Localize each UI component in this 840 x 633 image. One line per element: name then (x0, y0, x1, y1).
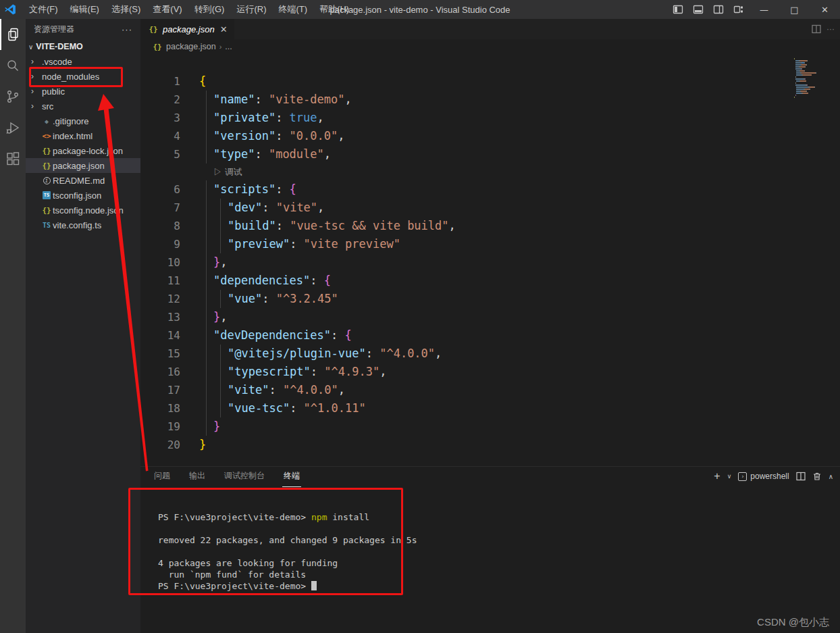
chevron-right-icon: › (31, 72, 41, 81)
extensions-icon[interactable] (0, 143, 26, 174)
panel-tab-输出[interactable]: 输出 (188, 466, 207, 487)
tab-package-json[interactable]: {} package.json ✕ (140, 19, 234, 39)
menu-item[interactable]: 文件(F) (23, 0, 64, 19)
source-control-icon[interactable] (0, 81, 26, 112)
file-label: src (42, 101, 53, 111)
play-icon: ▷ (213, 167, 225, 177)
sidebar-item-public[interactable]: ›public (26, 84, 140, 99)
editor-more-actions-icon[interactable]: ··· (826, 24, 835, 34)
customize-layout-icon[interactable] (733, 4, 744, 15)
code-line-8[interactable]: 8"build": "vue-tsc && vite build", (140, 217, 840, 235)
json-file-icon: {} (151, 43, 163, 51)
menu-item[interactable]: 查看(V) (147, 0, 188, 19)
menu-item[interactable]: 转到(G) (188, 0, 231, 19)
sidebar-item-tsconfig-json[interactable]: TStsconfig.json (26, 188, 140, 203)
activity-bar (0, 19, 26, 633)
menu-item[interactable]: 编辑(E) (64, 0, 105, 19)
codelens-debug[interactable]: ▷ 调试 (140, 163, 840, 180)
sidebar-item-root[interactable]: ∨ VITE-DEMO (26, 39, 140, 54)
json-file-icon: {} (41, 206, 53, 215)
breadcrumb[interactable]: {} package.json › ... (140, 39, 840, 54)
code-line-12[interactable]: 12"vue": "^3.2.45" (140, 290, 840, 308)
code-line-20[interactable]: 20} (140, 436, 840, 454)
code-line-6[interactable]: 6"scripts": { (140, 180, 840, 199)
maximize-panel-icon[interactable]: ∧ (829, 473, 833, 480)
sidebar-item-vite-config-ts[interactable]: TSvite.config.ts (26, 218, 140, 232)
json-file-icon: {} (147, 25, 159, 34)
more-actions-icon[interactable]: ··· (122, 24, 132, 34)
sidebar-item--gitignore[interactable]: ◆.gitignore (26, 113, 140, 128)
menu-bar: 文件(F)编辑(E)选择(S)查看(V)转到(G)运行(R)终端(T)帮助(H) (23, 0, 355, 19)
run-debug-icon[interactable] (0, 112, 26, 143)
split-editor-icon[interactable] (812, 24, 821, 34)
toggle-secondary-sidebar-icon[interactable] (713, 4, 724, 15)
close-button[interactable]: ✕ (810, 0, 840, 19)
file-label: package-lock.json (53, 146, 123, 156)
code-line-18[interactable]: 18"vue-tsc": "^1.0.11" (140, 399, 840, 417)
file-label: tsconfig.node.json (53, 205, 124, 216)
menu-item[interactable]: 运行(R) (230, 0, 272, 19)
sidebar-item-src[interactable]: ›src (26, 99, 140, 113)
explorer-icon[interactable] (0, 19, 26, 50)
terminal-line: PS F:\vue3project\vite-demo> (158, 580, 417, 592)
sidebar-item-tsconfig-node-json[interactable]: {}tsconfig.node.json (26, 203, 140, 218)
sidebar-item-index-html[interactable]: <>index.html (26, 128, 140, 143)
terminal-output[interactable]: PS F:\vue3project\vite-demo> npm install… (158, 511, 417, 592)
vscode-logo-icon (4, 3, 16, 16)
code-line-16[interactable]: 16"typescript": "^4.9.3", (140, 363, 840, 381)
minimap[interactable] (794, 58, 821, 99)
chevron-right-icon: › (31, 101, 41, 111)
code-line-4[interactable]: 4"version": "0.0.0", (140, 127, 840, 145)
code-line-11[interactable]: 11"dependencies": { (140, 272, 840, 290)
terminal-instance[interactable]: › powershell (738, 472, 789, 481)
toggle-sidebar-icon[interactable] (673, 4, 683, 15)
terminal-line: PS F:\vue3project\vite-demo> npm install (158, 511, 417, 523)
chevron-right-icon: › (31, 57, 41, 66)
sidebar-item-readme-md[interactable]: iREADME.md (26, 173, 140, 188)
code-line-15[interactable]: 15"@vitejs/plugin-vue": "^4.0.0", (140, 345, 840, 363)
toggle-panel-icon[interactable] (693, 4, 704, 15)
file-label: node_modules (42, 72, 99, 82)
code-line-9[interactable]: 9"preview": "vite preview" (140, 235, 840, 253)
code-line-17[interactable]: 17"vite": "^4.0.0", (140, 381, 840, 399)
kill-terminal-icon[interactable] (812, 472, 822, 481)
code-line-2[interactable]: 2"name": "vite-demo", (140, 91, 840, 109)
search-icon[interactable] (0, 50, 26, 81)
panel-header: 问题输出调试控制台终端 + ∨ › powershell ∧ (140, 467, 840, 486)
panel-tab-terminal-active[interactable]: 终端 (282, 466, 301, 487)
json-file-icon: {} (41, 161, 53, 170)
sidebar-item-package-lock-json[interactable]: {}package-lock.json (26, 143, 140, 158)
panel-tab-问题[interactable]: 问题 (153, 466, 172, 487)
sidebar-item-node-modules[interactable]: ›node_modules (26, 69, 140, 84)
tab-label: package.json (163, 24, 215, 34)
menu-item[interactable]: 终端(T) (272, 0, 313, 19)
sidebar-item--vscode[interactable]: ›.vscode (26, 54, 140, 69)
json-file-icon: {} (41, 147, 53, 155)
code-line-19[interactable]: 19} (140, 417, 840, 436)
code-line-7[interactable]: 7"dev": "vite", (140, 199, 840, 217)
sidebar-item-package-json[interactable]: {}package.json (26, 158, 140, 173)
code-line-1[interactable]: 1{ (140, 72, 840, 91)
code-line-13[interactable]: 13}, (140, 308, 840, 326)
terminal-line: 4 packages are looking for funding (158, 557, 417, 569)
maximize-button[interactable]: □ (779, 0, 810, 19)
vscode-window: 文件(F)编辑(E)选择(S)查看(V)转到(G)运行(R)终端(T)帮助(H)… (0, 0, 840, 633)
menu-item[interactable]: 选择(S) (105, 0, 147, 19)
terminal-dropdown-icon[interactable]: ∨ (727, 473, 732, 480)
code-line-14[interactable]: 14"devDependencies": { (140, 326, 840, 345)
code-line-10[interactable]: 10}, (140, 253, 840, 272)
code-editor[interactable]: 1{2"name": "vite-demo",3"private": true,… (140, 54, 840, 466)
split-terminal-icon[interactable] (796, 472, 806, 481)
new-terminal-icon[interactable]: + (714, 470, 720, 482)
code-line-5[interactable]: 5"type": "module", (140, 145, 840, 163)
explorer-sidebar: 资源管理器 ··· ∨ VITE-DEMO ›.vscode›node_modu… (26, 19, 140, 633)
html-file-icon: <> (41, 132, 53, 141)
breadcrumb-tail[interactable]: ... (225, 42, 232, 51)
terminal-cursor (311, 581, 317, 590)
close-tab-icon[interactable]: ✕ (220, 24, 228, 34)
minimize-button[interactable]: — (749, 0, 779, 19)
panel-tab-调试控制台[interactable]: 调试控制台 (223, 466, 266, 487)
code-line-3[interactable]: 3"private": true, (140, 109, 840, 127)
breadcrumb-file[interactable]: package.json (166, 42, 216, 51)
tsconfig-file-icon: TS (41, 191, 53, 199)
